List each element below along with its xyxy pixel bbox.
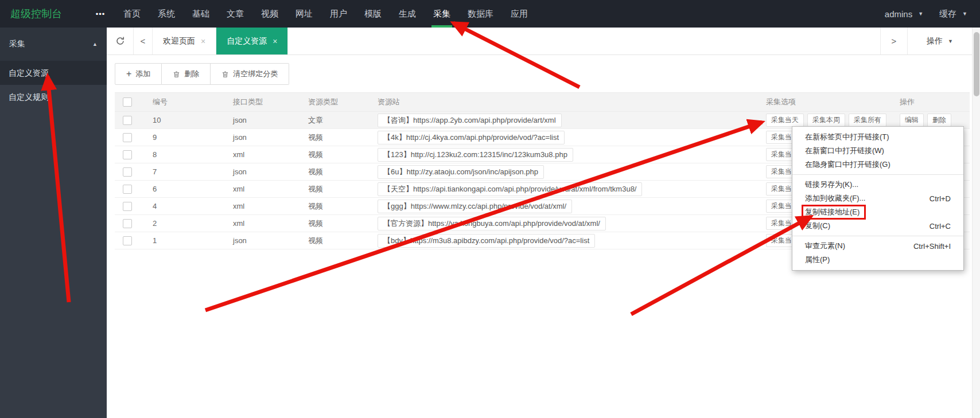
tabs-scroll-left-button[interactable]: < [134, 28, 153, 54]
caret-down-icon: ▼ [918, 11, 923, 17]
row-checkbox[interactable] [123, 219, 132, 228]
sidebar-items: 自定义资源自定义规则 [0, 61, 107, 109]
sidebar-group-header[interactable]: 采集 ▲ [0, 28, 107, 61]
nav-item[interactable]: 采集 [425, 0, 459, 28]
resource-link[interactable]: 【123】http://cj.123ku2.com:12315/inc/123k… [378, 148, 573, 162]
menu-item-label: 添加到收藏夹(F)... [805, 193, 865, 204]
sidebar-item[interactable]: 自定义资源 [0, 61, 107, 85]
tabs-scroll-right-button[interactable]: > [880, 28, 907, 54]
row-checkbox[interactable] [123, 185, 132, 194]
context-menu-item[interactable]: 在隐身窗口中打开链接(G) [792, 158, 963, 171]
row-checkbox[interactable] [123, 116, 132, 125]
resource-link[interactable]: 【bdy】https://m3u8.apibdzy.com/api.php/pr… [378, 234, 595, 248]
row-action-button[interactable]: 编辑 [900, 114, 924, 127]
cell-resource-site: 【6u】http://zy.ataoju.com/json/inc/apijso… [369, 165, 757, 179]
chevron-right-icon: > [892, 36, 897, 46]
select-all-checkbox[interactable] [123, 97, 132, 107]
context-menu-item[interactable]: 属性(P) [792, 253, 963, 267]
tab-operations-label: 操作 [927, 36, 943, 46]
nav-item[interactable]: 系统 [149, 0, 184, 28]
row-checkbox[interactable] [123, 202, 132, 211]
tab[interactable]: 自定义资源× [216, 28, 288, 54]
cell-resource-site: 【咨询】https://app.2yb.com/api.php/provide/… [369, 114, 757, 127]
trash-icon [173, 71, 180, 78]
resource-link[interactable]: 【天空】https://api.tiankongapi.com/api.php/… [378, 182, 642, 196]
add-button-label: 添加 [135, 69, 150, 79]
collapse-up-icon: ▲ [92, 41, 98, 47]
resource-link[interactable]: 【ggg】https://www.mlzy.cc/api.php/provide… [378, 200, 572, 213]
context-menu-item[interactable]: 复制(C)Ctrl+C [792, 219, 963, 233]
context-menu-item[interactable]: 审查元素(N)Ctrl+Shift+I [792, 239, 963, 253]
collect-button[interactable]: 采集当天 [766, 114, 804, 127]
cell-actions: 编辑删除 [891, 114, 970, 127]
cell-id: 7 [145, 167, 225, 176]
context-menu-item[interactable]: 添加到收藏夹(F)...Ctrl+D [792, 192, 963, 205]
cell-resource-site: 【天空】https://api.tiankongapi.com/api.php/… [369, 182, 757, 196]
menu-item-label: 在隐身窗口中打开链接(G) [805, 159, 890, 170]
column-header: 资源类型 [300, 97, 369, 107]
nav-item[interactable]: 生成 [390, 0, 425, 28]
context-menu-item[interactable]: 链接另存为(K)... [792, 178, 963, 192]
clear-category-button[interactable]: 清空绑定分类 [211, 63, 289, 85]
tab-close-icon[interactable]: × [201, 37, 205, 46]
collect-button[interactable]: 采集本周 [807, 114, 845, 127]
row-checkbox[interactable] [123, 133, 132, 142]
vertical-scrollbar[interactable] [972, 28, 980, 418]
user-menu[interactable]: admins ▼ [885, 9, 923, 19]
resource-link[interactable]: 【官方资源】https://ya.kongbuya.com/api.php/pr… [378, 217, 606, 231]
nav-item[interactable]: 用户 [321, 0, 356, 28]
collapse-menu-icon[interactable]: ••• [86, 10, 115, 18]
nav-item[interactable]: 文章 [218, 0, 252, 28]
menu-item-label: 属性(P) [805, 255, 830, 265]
cell-api-type: xml [225, 219, 300, 228]
context-menu-item[interactable]: 在新标签页中打开链接(T) [792, 130, 963, 144]
top-bar: 超级控制台 ••• 首页系统基础文章视频网址用户模版生成采集数据库应用 admi… [0, 0, 980, 28]
nav-item[interactable]: 模版 [356, 0, 390, 28]
tab[interactable]: 欢迎页面× [153, 28, 216, 54]
add-button[interactable]: + 添加 [115, 63, 162, 85]
menu-separator [792, 174, 963, 175]
top-nav: 首页系统基础文章视频网址用户模版生成采集数据库应用 [115, 0, 536, 28]
menu-item-label: 在新标签页中打开链接(T) [805, 132, 889, 142]
cache-menu[interactable]: 缓存 ▼ [939, 9, 967, 19]
nav-item[interactable]: 视频 [252, 0, 287, 28]
sidebar-group-title: 采集 [9, 39, 25, 49]
trash-icon [221, 71, 229, 78]
context-menu-item[interactable]: 在新窗口中打开链接(W) [792, 144, 963, 158]
menu-item-label: 复制(C) [805, 221, 830, 231]
cell-api-type: xml [225, 202, 300, 210]
resource-link[interactable]: 【咨询】https://app.2yb.com/api.php/provide/… [378, 114, 562, 127]
menu-item-label: 链接另存为(K)... [805, 179, 858, 190]
sidebar-item[interactable]: 自定义规则 [0, 85, 107, 109]
cell-id: 2 [145, 219, 225, 228]
topbar-right: admins ▼ 缓存 ▼ [885, 9, 980, 19]
row-checkbox[interactable] [123, 167, 132, 177]
collect-button[interactable]: 采集所有 [849, 114, 886, 127]
context-menu-item[interactable]: 复制链接地址(E) [792, 205, 963, 219]
nav-item[interactable]: 基础 [184, 0, 218, 28]
tab-close-icon[interactable]: × [273, 37, 277, 46]
tab-label: 自定义资源 [227, 36, 267, 46]
nav-item[interactable]: 网址 [287, 0, 321, 28]
delete-button[interactable]: 删除 [162, 63, 211, 85]
nav-item[interactable]: 首页 [115, 0, 149, 28]
plus-icon: + [126, 69, 131, 79]
cache-menu-label: 缓存 [939, 9, 956, 19]
cell-resource-site: 【ggg】https://www.mlzy.cc/api.php/provide… [369, 200, 757, 213]
open-tabs: 欢迎页面×自定义资源× [153, 28, 288, 54]
nav-item[interactable]: 数据库 [459, 0, 502, 28]
cell-resource-type: 视频 [300, 218, 369, 229]
nav-item[interactable]: 应用 [502, 0, 536, 28]
tab-operations-dropdown[interactable]: 操作 ▼ [907, 28, 972, 54]
cell-id: 1 [145, 236, 225, 245]
row-checkbox-cell [115, 132, 145, 142]
tabbar-right: > 操作 ▼ [880, 28, 972, 54]
row-checkbox[interactable] [123, 150, 132, 159]
resource-link[interactable]: 【6u】http://zy.ataoju.com/json/inc/apijso… [378, 165, 544, 179]
row-action-button[interactable]: 删除 [927, 114, 951, 127]
column-header: 操作 [891, 97, 970, 107]
resource-link[interactable]: 【4k】http://cj.4kya.com/api.php/provide/v… [378, 131, 565, 144]
row-checkbox[interactable] [123, 236, 132, 245]
scrollbar-thumb[interactable] [974, 32, 979, 96]
refresh-button[interactable] [107, 28, 134, 54]
